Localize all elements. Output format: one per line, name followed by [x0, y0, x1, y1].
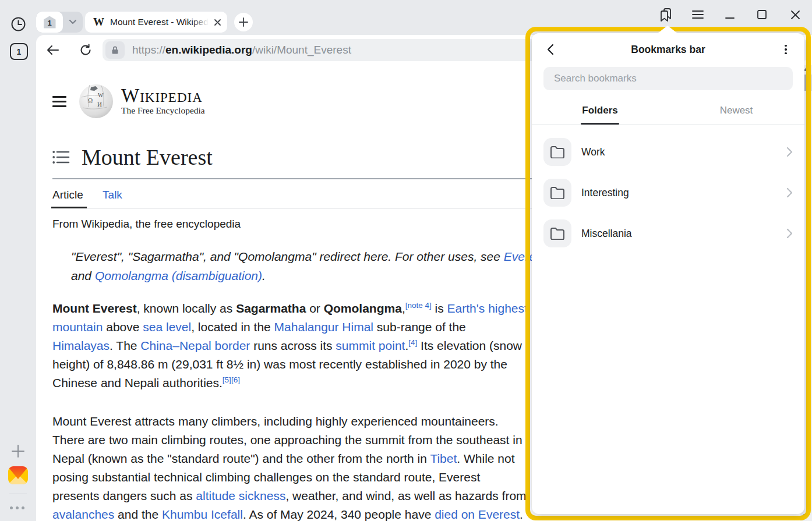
wikipedia-tagline: The Free Encyclopedia: [121, 105, 205, 116]
url-host: en.wikipedia.org: [165, 44, 252, 56]
text-segment: Sagarmatha: [236, 302, 306, 315]
sidebar-divider: [9, 494, 27, 494]
wikipedia-wordmark-block[interactable]: Wikipedia The Free Encyclopedia: [121, 87, 205, 116]
text-segment: and the: [114, 508, 162, 521]
url-path: /wiki/Mount_Everest: [252, 44, 351, 56]
folder-list: Work Interesting Miscellania: [532, 125, 804, 254]
panel-tab-folders[interactable]: Folders: [532, 97, 668, 124]
panel-tabs: Folders Newest: [532, 97, 804, 125]
wiki-link[interactable]: Khumbu Icefall: [162, 508, 243, 521]
toc-list-icon[interactable]: [52, 150, 70, 165]
wiki-link[interactable]: [4]: [408, 338, 417, 347]
text-segment: , located in the: [191, 320, 274, 334]
text-segment: sub-range of the: [373, 320, 466, 334]
wiki-link[interactable]: sea level: [143, 320, 191, 334]
panel-title: Bookmarks bar: [559, 44, 778, 56]
text-segment: . As of May 2024, 340 people have: [243, 508, 435, 521]
browser-menu-icon[interactable]: [688, 6, 708, 23]
history-clock-icon[interactable]: [9, 15, 27, 33]
wiki-link[interactable]: [note 4]: [405, 301, 432, 310]
wiki-link[interactable]: Qomolangma (disambiguation): [95, 269, 262, 282]
folder-row-work[interactable]: Work: [532, 132, 804, 172]
text-segment: runs across its: [250, 339, 336, 352]
wiki-link[interactable]: altitude sickness: [196, 489, 285, 502]
url-scheme: https://: [132, 44, 165, 56]
folder-icon: [543, 219, 571, 247]
wiki-link[interactable]: Tibet: [430, 452, 457, 465]
tab-count-badge: 1: [44, 16, 56, 29]
wiki-link[interactable]: Mahalangur Himal: [274, 320, 373, 334]
wiki-link[interactable]: Himalayas: [52, 339, 110, 352]
wikipedia-wordmark: Wikipedia: [121, 87, 205, 104]
svg-text:Ω: Ω: [88, 97, 93, 104]
paragraph-2: Mount Everest attracts many climbers, in…: [52, 412, 529, 521]
ssl-lock-icon[interactable]: [105, 41, 125, 59]
panel-back-icon[interactable]: [542, 41, 559, 58]
bookmarks-panel: Bookmarks bar Folders Newest Work: [532, 33, 804, 514]
panel-caret: [657, 26, 678, 34]
sidebar-more-icon[interactable]: [10, 506, 24, 509]
text-segment: and: [71, 269, 95, 282]
page-title: Mount Everest: [82, 144, 213, 170]
tab-article[interactable]: Article: [52, 189, 83, 201]
panel-header: Bookmarks bar: [532, 33, 804, 66]
chevron-right-icon: [786, 147, 793, 157]
folder-label: Miscellania: [581, 228, 632, 240]
wiki-menu-icon[interactable]: [52, 93, 66, 110]
bookmarks-search[interactable]: [543, 67, 793, 90]
text-segment: Mount Everest: [52, 302, 137, 315]
folder-icon: [543, 138, 571, 166]
panel-kebab-icon[interactable]: [778, 41, 794, 58]
text-segment: above: [103, 320, 143, 334]
wiki-link[interactable]: China–Nepal border: [140, 339, 250, 352]
tab-title: Mount Everest - Wikipedia: [110, 17, 211, 27]
paragraph-1: Mount Everest, known locally as Sagarmat…: [52, 299, 529, 392]
chevron-down-icon[interactable]: [63, 12, 83, 33]
tab-talk[interactable]: Talk: [103, 189, 122, 201]
url-text: https://en.wikipedia.org/wiki/Mount_Ever…: [132, 44, 351, 56]
svg-text:W: W: [98, 92, 104, 98]
text-segment: or: [306, 302, 323, 315]
window-close-button[interactable]: [785, 6, 805, 23]
yandex-mail-icon[interactable]: [7, 464, 29, 486]
text-segment: is: [432, 302, 447, 315]
bookmarks-panel-highlight: Bookmarks bar Folders Newest Work: [525, 27, 811, 520]
back-button[interactable]: [44, 41, 62, 59]
folder-label: Interesting: [581, 187, 629, 199]
wiki-link[interactable]: [6]: [231, 375, 240, 384]
wiki-link[interactable]: [5]: [223, 375, 231, 384]
folder-row-interesting[interactable]: Interesting: [532, 172, 804, 213]
window-maximize-button[interactable]: [752, 6, 772, 23]
tab-close-icon[interactable]: [214, 19, 221, 26]
wiki-link[interactable]: avalanches: [52, 508, 114, 521]
text-segment: . The: [110, 339, 140, 352]
chevron-right-icon: [786, 228, 793, 239]
refresh-button[interactable]: [77, 41, 94, 59]
folder-row-miscellania[interactable]: Miscellania: [532, 213, 804, 254]
folder-icon: [543, 179, 571, 207]
text-segment: , weather, and wind, as well as hazards …: [285, 489, 526, 502]
text-segment: Qomolangma: [324, 302, 402, 315]
chevron-right-icon: [786, 187, 793, 198]
new-tab-button[interactable]: [234, 13, 253, 31]
sidebar-tab-counter[interactable]: 1: [10, 43, 28, 60]
text-segment: , known locally as: [137, 302, 236, 315]
left-sidebar: 1: [0, 35, 36, 521]
sidebar-add-icon[interactable]: [11, 444, 25, 458]
text-segment: "Everest", "Sagarmatha", and "Qomolangma…: [71, 250, 504, 263]
text-segment: .: [262, 269, 266, 282]
svg-text:И: И: [97, 101, 102, 108]
panel-tab-newest[interactable]: Newest: [668, 97, 804, 124]
bookmarks-search-input[interactable]: [553, 72, 783, 85]
tab-group-count[interactable]: 1: [36, 12, 63, 33]
bookmarks-panel-icon[interactable]: [656, 6, 676, 23]
window-minimize-button[interactable]: [720, 6, 740, 23]
wiki-link[interactable]: summit point: [336, 339, 405, 352]
active-tab[interactable]: W Mount Everest - Wikipedia: [85, 12, 227, 33]
wiki-link[interactable]: died on Everest: [435, 508, 520, 521]
wikipedia-globe-logo[interactable]: Ω W И: [78, 83, 114, 119]
wikipedia-favicon: W: [93, 16, 104, 29]
tab-group-pill[interactable]: 1: [36, 12, 83, 33]
folder-label: Work: [581, 146, 605, 158]
